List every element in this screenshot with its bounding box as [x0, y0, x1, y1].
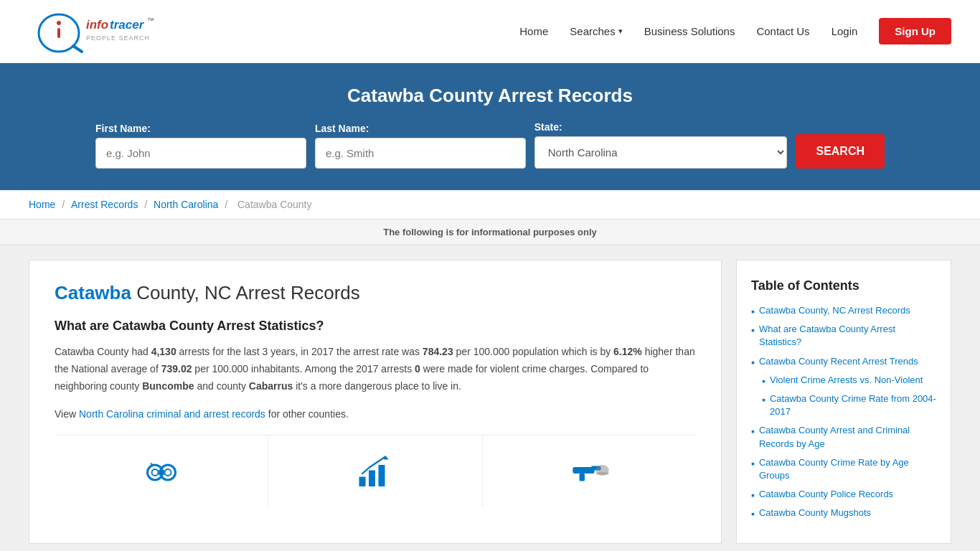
toc-item-7: Catawba County Crime Rate by Age Groups [751, 456, 936, 482]
breadcrumb-catawba: Catawba County [237, 199, 312, 210]
toc-link-7[interactable]: Catawba County Crime Rate by Age Groups [759, 456, 936, 482]
article-title: Catawba County, NC Arrest Records [55, 282, 696, 304]
svg-point-10 [151, 469, 158, 476]
chart-icon [354, 450, 397, 493]
article-paragraph: Catawba County had 4,130 arrests for the… [55, 344, 696, 395]
svg-point-11 [164, 469, 171, 476]
breadcrumb-sep-2: / [144, 199, 150, 210]
icon-cell-police [483, 435, 696, 507]
last-name-input[interactable] [315, 138, 526, 169]
nav-contact[interactable]: Contact Us [756, 25, 809, 37]
breadcrumb-north-carolina[interactable]: North Carolina [154, 199, 218, 210]
logo[interactable]: info tracer ™ PEOPLE SEARCH [29, 10, 158, 53]
svg-point-21 [573, 468, 578, 473]
search-button[interactable]: SEARCH [796, 134, 885, 169]
toc-item-8: Catawba County Police Records [751, 488, 936, 501]
nav-business[interactable]: Business Solutions [644, 25, 735, 37]
county2: Cabarrus [249, 380, 293, 392]
nav-home[interactable]: Home [519, 25, 548, 37]
breadcrumb-sep-3: / [225, 199, 230, 210]
info-banner: The following is for informational purpo… [0, 220, 980, 245]
toc-link-4[interactable]: Violent Crime Arrests vs. Non-Violent [770, 374, 923, 387]
svg-text:tracer: tracer [110, 18, 145, 32]
main-content: Catawba County, NC Arrest Records What a… [0, 245, 980, 551]
breadcrumb-home[interactable]: Home [29, 199, 55, 210]
logo-svg: info tracer ™ PEOPLE SEARCH [29, 10, 158, 53]
toc-item-3: Catawba County Recent Arrest Trends [751, 355, 936, 368]
search-form: First Name: Last Name: State: North Caro… [95, 121, 885, 169]
svg-rect-15 [369, 471, 375, 487]
toc-link-2[interactable]: What are Catawba County Arrest Statistic… [759, 323, 936, 349]
svg-text:info: info [86, 18, 108, 32]
toc-list: Catawba County, NC Arrest Records What a… [751, 304, 936, 519]
article-subtitle: What are Catawba County Arrest Statistic… [55, 319, 696, 334]
arrest-pct: 6.12% [613, 346, 642, 357]
last-name-label: Last Name: [315, 123, 526, 134]
svg-rect-14 [359, 477, 365, 487]
svg-text:PEOPLE SEARCH: PEOPLE SEARCH [86, 34, 150, 42]
arrest-rate: 784.23 [423, 346, 453, 357]
gun-icon [567, 450, 611, 493]
national-rate: 739.02 [161, 363, 192, 375]
toc-title: Table of Contents [751, 278, 936, 293]
toc-item-4: Violent Crime Arrests vs. Non-Violent [762, 374, 936, 387]
first-name-label: First Name: [95, 123, 306, 134]
breadcrumb-sep-1: / [62, 199, 67, 210]
icon-cell-chart [268, 435, 482, 507]
nav-searches[interactable]: Searches ▾ [570, 25, 622, 37]
navbar: info tracer ™ PEOPLE SEARCH Home Searche… [0, 0, 980, 63]
searches-chevron-icon: ▾ [618, 27, 623, 36]
svg-rect-23 [596, 473, 609, 475]
toc-link-6[interactable]: Catawba County Arrest and Criminal Recor… [759, 424, 936, 450]
svg-rect-3 [57, 28, 60, 38]
svg-line-1 [73, 46, 82, 52]
article-content: Catawba County, NC Arrest Records What a… [29, 260, 722, 544]
nav-links: Home Searches ▾ Business Solutions Conta… [519, 18, 951, 44]
icon-cell-arrest [55, 435, 268, 507]
state-label: State: [534, 121, 788, 133]
last-name-group: Last Name: [315, 123, 526, 169]
icon-row [55, 435, 696, 507]
handcuffs-icon [140, 450, 183, 493]
sidebar: Table of Contents Catawba County, NC Arr… [736, 260, 951, 544]
hero-banner: Catawba County Arrest Records First Name… [0, 63, 980, 190]
state-select[interactable]: North Carolina Alabama Alaska Arizona Ca… [534, 136, 788, 169]
hero-title: Catawba County Arrest Records [29, 85, 951, 107]
breadcrumb-arrest-records[interactable]: Arrest Records [71, 199, 138, 210]
toc-link-8[interactable]: Catawba County Police Records [759, 488, 893, 501]
toc-item-6: Catawba County Arrest and Criminal Recor… [751, 424, 936, 450]
signup-button[interactable]: Sign Up [879, 18, 951, 44]
toc-item-2: What are Catawba County Arrest Statistic… [751, 323, 936, 349]
toc-link-5[interactable]: Catawba County Crime Rate from 2004-2017 [770, 392, 936, 418]
svg-text:™: ™ [147, 17, 154, 24]
svg-rect-19 [580, 474, 585, 481]
first-name-input[interactable] [95, 138, 306, 169]
toc-link-9[interactable]: Catawba County Mugshots [759, 507, 871, 519]
login-button[interactable]: Login [831, 25, 858, 37]
violent-count: 0 [415, 363, 420, 375]
toc-link-3[interactable]: Catawba County Recent Arrest Trends [759, 355, 918, 368]
toc-item-1: Catawba County, NC Arrest Records [751, 304, 936, 317]
nc-records-link[interactable]: North Carolina criminal and arrest recor… [79, 408, 265, 420]
toc-link-1[interactable]: Catawba County, NC Arrest Records [759, 304, 910, 317]
toc-item-5: Catawba County Crime Rate from 2004-2017 [762, 392, 936, 418]
state-group: State: North Carolina Alabama Alaska Ari… [534, 121, 788, 169]
breadcrumb: Home / Arrest Records / North Carolina /… [0, 190, 980, 220]
first-name-group: First Name: [95, 123, 306, 169]
svg-point-2 [57, 21, 61, 25]
arrests-count: 4,130 [151, 346, 176, 357]
toc-item-9: Catawba County Mugshots [751, 507, 936, 519]
county1: Buncombe [142, 380, 194, 392]
article-link-paragraph: View North Carolina criminal and arrest … [55, 406, 696, 423]
svg-rect-16 [378, 465, 385, 486]
